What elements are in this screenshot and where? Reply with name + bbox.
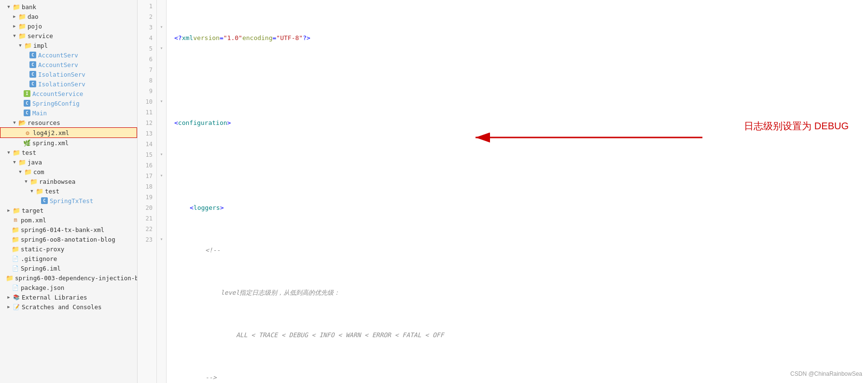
chevron-icon: ▶ — [6, 207, 12, 213]
tree-label: package.json — [21, 284, 64, 291]
class-c-icon: C — [29, 70, 37, 78]
class-c-icon: C — [29, 51, 37, 59]
folder-icon: 📁 — [13, 3, 20, 11]
chevron-icon: ▶ — [6, 294, 12, 300]
editor-content: 1 2 3 4 5 6 7 8 9 10 11 12 13 14 15 16 1… — [138, 0, 868, 383]
folder-icon: 📁 — [13, 149, 20, 156]
tree-item-target[interactable]: ▶ 📁 target — [0, 205, 137, 215]
class-c-icon: C — [23, 109, 31, 117]
tree-item-bank[interactable]: ▼ 📁 bank — [0, 2, 137, 12]
tree-item-rainbowsea[interactable]: ▼ 📁 rainbowsea — [0, 177, 137, 186]
tree-item-dao[interactable]: ▶ 📁 dao — [0, 12, 137, 21]
folder-icon: 📁 — [30, 178, 38, 185]
tree-item-impl[interactable]: ▼ 📁 impl — [0, 41, 137, 50]
folder-icon: 📁 — [18, 32, 26, 40]
tree-label: test — [45, 188, 59, 195]
chevron-icon: ▼ — [6, 150, 12, 155]
tree-item-accountserv2[interactable]: C AccountServ — [0, 60, 137, 69]
tree-item-gitignore[interactable]: 📄 .gitignore — [0, 254, 137, 263]
tree-item-extlibs[interactable]: ▶ 📚 External Libraries — [0, 292, 137, 302]
tree-item-com[interactable]: ▼ 📁 com — [0, 167, 137, 177]
tree-label: log4j2.xml — [33, 129, 69, 137]
tree-label: test — [22, 149, 36, 156]
annotation-label: 日志级别设置为 DEBUG — [744, 120, 849, 133]
tree-item-service[interactable]: ▼ 📁 service — [0, 31, 137, 41]
code-line-9: --> — [174, 372, 860, 383]
tree-item-log4j2xml[interactable]: ⚙ log4j2.xml — [0, 127, 137, 138]
tree-label: IsolationServ — [38, 81, 85, 88]
tree-label: spring6-oo8-anotation-blog — [21, 236, 115, 243]
tree-item-test[interactable]: ▼ 📁 test — [0, 148, 137, 157]
tree-item-isolationserv2[interactable]: C IsolationServ — [0, 79, 137, 89]
tree-label: Spring6Config — [32, 100, 80, 107]
tree-label: resources — [28, 119, 60, 126]
chevron-icon: ▼ — [6, 4, 12, 10]
tree-label: spring6-014-tx-bank-xml — [21, 226, 104, 233]
pom-icon: m — [12, 216, 19, 224]
chevron-icon: ▼ — [12, 159, 17, 165]
tree-item-spring6config[interactable]: C Spring6Config — [0, 98, 137, 108]
tree-label: Scratches and Consoles — [22, 303, 102, 311]
tree-label: AccountServ — [38, 52, 78, 59]
tree-item-staticproxy[interactable]: 📁 static-proxy — [0, 244, 137, 254]
tree-item-main[interactable]: C Main — [0, 108, 137, 118]
tree-item-spring6003[interactable]: 📁 spring6-003-dependency-injection-blo..… — [0, 273, 137, 283]
tree-label: bank — [22, 3, 36, 11]
tree-item-spring6oo8[interactable]: 📁 spring6-oo8-anotation-blog — [0, 234, 137, 244]
folder-icon: 📁 — [24, 168, 32, 176]
folder-icon: 📁 — [12, 226, 19, 233]
code-line-8: ALL < TRACE < DEBUG < INFO < WARN < ERRO… — [174, 330, 860, 341]
chevron-icon: ▼ — [23, 178, 29, 184]
chevron-icon: ▼ — [12, 120, 17, 125]
folder-icon: 📁 — [6, 274, 14, 282]
tree-item-resources[interactable]: ▼ 📂 resources — [0, 118, 137, 127]
tree-label: External Libraries — [22, 294, 87, 301]
spring-xml-icon: 🌿 — [23, 139, 31, 147]
code-content[interactable]: <?xml version="1.0" encoding="UTF-8"?> <… — [167, 0, 868, 383]
tree-item-springxml[interactable]: 🌿 spring.xml — [0, 138, 137, 148]
tree-item-scratches[interactable]: ▶ 📝 Scratches and Consoles — [0, 302, 137, 312]
tree-item-accountserv1[interactable]: C AccountServ — [0, 50, 137, 60]
tree-item-spring6014[interactable]: 📁 spring6-014-tx-bank-xml — [0, 225, 137, 234]
folder-icon: 📁 — [18, 158, 26, 166]
chevron-icon: ▼ — [17, 169, 23, 175]
tree-label: AccountServ — [38, 61, 78, 68]
folder-icon: 📁 — [18, 13, 26, 20]
tree-item-springtxtest[interactable]: C SpringTxTest — [0, 196, 137, 205]
chevron-icon: ▶ — [12, 23, 17, 29]
class-c-icon: C — [29, 80, 37, 88]
code-line-4 — [174, 160, 860, 171]
file-icon: 📄 — [12, 264, 19, 272]
tree-label: java — [28, 159, 42, 166]
chevron-icon: ▼ — [12, 33, 17, 39]
tree-item-testfolder[interactable]: ▼ 📁 test — [0, 186, 137, 196]
interface-i-icon: I — [23, 90, 31, 97]
code-line-7: level指定日志级别，从低到高的优先级： — [174, 287, 860, 298]
tree-label: rainbowsea — [39, 178, 75, 185]
tree-label: static-proxy — [21, 246, 64, 253]
resources-folder-icon: 📂 — [18, 119, 26, 126]
tree-label: Spring6.iml — [21, 265, 61, 272]
tree-item-accountservice[interactable]: I AccountService — [0, 89, 137, 98]
folder-icon: 📁 — [18, 22, 26, 30]
tree-item-java[interactable]: ▼ 📁 java — [0, 157, 137, 167]
tree-label: .gitignore — [21, 255, 57, 262]
xml-icon: ⚙ — [24, 129, 31, 137]
tree-item-isolationserv1[interactable]: C IsolationServ — [0, 69, 137, 79]
tree-item-packagejson[interactable]: 📄 package.json — [0, 283, 137, 292]
tree-item-pojo[interactable]: ▶ 📁 pojo — [0, 21, 137, 31]
code-line-2 — [174, 75, 860, 86]
file-tree[interactable]: ▼ 📁 bank ▶ 📁 dao ▶ 📁 pojo ▼ 📁 service ▼ … — [0, 0, 138, 383]
file-icon: 📄 — [12, 255, 19, 262]
file-icon: 📄 — [12, 284, 19, 291]
tree-label: target — [22, 207, 43, 214]
gutter: ▾ ▾ ▾ ▾ ▾ ▾ — [157, 0, 167, 383]
tree-label: dao — [28, 13, 39, 20]
tree-label: pojo — [28, 23, 42, 30]
chevron-icon: ▼ — [29, 188, 35, 194]
tree-item-pomxml[interactable]: m pom.xml — [0, 215, 137, 225]
tree-label: spring.xml — [32, 139, 69, 147]
tree-item-spring6iml[interactable]: 📄 Spring6.iml — [0, 263, 137, 273]
tree-label: com — [33, 168, 44, 176]
tree-label: pom.xml — [21, 217, 46, 224]
